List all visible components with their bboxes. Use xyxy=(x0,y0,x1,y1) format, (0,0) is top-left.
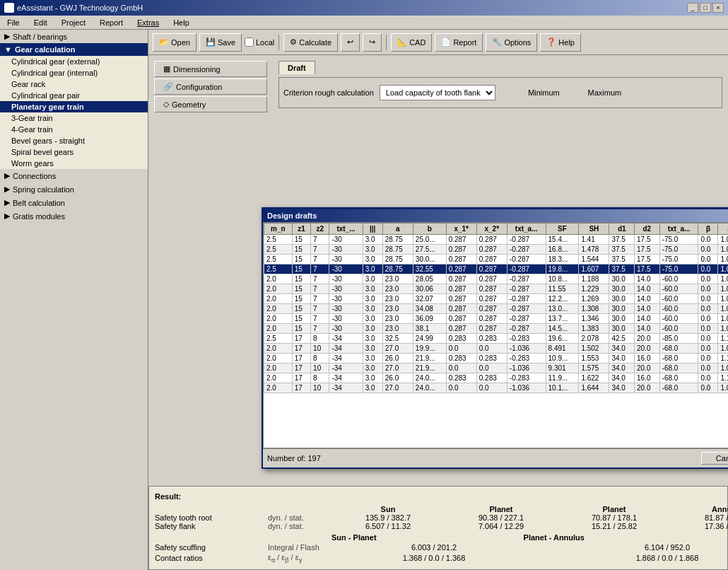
table-row[interactable]: 2.5157-303.028.7527.5...0.2870.287-0.287… xyxy=(264,245,729,255)
sidebar-item-cyl-ext[interactable]: Cylindrical gear (external) xyxy=(0,56,148,67)
col-z2: z2 xyxy=(311,223,329,235)
table-row[interactable]: 2.0178-343.026.021.9...0.2830.283-0.2831… xyxy=(264,354,729,363)
main-panel: ▦ Dimensioning 🔗 Configuration ◇ Geometr… xyxy=(148,55,728,570)
col-d1: d1 xyxy=(609,223,635,235)
sidebar-item-cyl-int[interactable]: Cylindrical gear (internal) xyxy=(0,67,148,78)
table-row[interactable]: 2.01710-343.027.024.0...0.00.0-1.03610.1… xyxy=(264,383,729,393)
calculate-button[interactable]: ⚙ Calculate xyxy=(283,33,338,52)
separator-2 xyxy=(386,35,387,50)
table-row[interactable]: 2.0157-303.023.034.080.2870.287-0.28713.… xyxy=(264,304,729,314)
table-row[interactable]: 2.0157-303.023.030.060.2870.287-0.28711.… xyxy=(264,284,729,294)
results-row2-annulus: 17.36 / 29.45 xyxy=(671,522,728,530)
safety-scuffing-label: Safety scuffing xyxy=(155,543,268,552)
local-label: Local xyxy=(256,38,274,47)
sidebar-item-3gear[interactable]: 3-Gear train xyxy=(0,112,148,124)
results-col-sun: Sun xyxy=(331,505,445,513)
options-icon: 🔧 xyxy=(492,37,502,47)
tab-draft[interactable]: Draft xyxy=(278,61,315,74)
results-row2-sub: dyn. / stat. xyxy=(268,522,331,530)
sidebar-item-worm[interactable]: Worm gears xyxy=(0,158,148,169)
configuration-button[interactable]: 🔗 Configuration xyxy=(154,78,267,95)
redo-button[interactable]: ↪ xyxy=(363,33,382,52)
sidebar-item-spring-calculation[interactable]: ▶ Spring calculation xyxy=(0,182,148,196)
results-row2-sun: 6.507 / 11.32 xyxy=(331,522,445,530)
contact-ratios-sub: εα / εβ / εγ xyxy=(268,553,346,564)
help-icon: ❓ xyxy=(546,37,556,47)
app-icon xyxy=(4,3,14,13)
minimize-button[interactable]: _ xyxy=(687,3,698,13)
sidebar-item-spiral-bevel[interactable]: Spiral bevel gears xyxy=(0,146,148,158)
col-txta: txt_a... xyxy=(507,223,546,235)
sidebar-item-shaft-bearings[interactable]: ▶ Shaft / bearings xyxy=(0,30,148,43)
open-button[interactable]: 📂 Open xyxy=(153,33,196,52)
safety-scuffing-pa: 6.104 / 952.0 xyxy=(579,543,728,552)
table-row[interactable]: 2.5178-343.032.524.990.2830.283-0.28319.… xyxy=(264,334,729,344)
sidebar-item-4gear[interactable]: 4-Gear train xyxy=(0,124,148,135)
table-row[interactable]: 2.5157-303.028.7532.550.2870.287-0.28719… xyxy=(264,264,729,274)
table-row[interactable]: 2.0157-303.023.032.070.2870.287-0.28712.… xyxy=(264,294,729,304)
results-row1-label: Safety tooth root xyxy=(155,513,268,522)
dimensioning-button[interactable]: ▦ Dimensioning xyxy=(154,61,267,77)
open-icon: 📂 xyxy=(159,37,169,47)
geometry-button[interactable]: ◇ Geometry xyxy=(154,96,267,112)
menu-file[interactable]: File xyxy=(3,17,24,28)
sidebar-item-gratis-modules[interactable]: ▶ Gratis modules xyxy=(0,209,148,223)
save-button[interactable]: 💾 Save xyxy=(199,33,242,52)
local-checkbox[interactable] xyxy=(245,37,254,47)
table-row[interactable]: 2.01710-343.027.019.9...0.00.0-1.0368.49… xyxy=(264,344,729,354)
criterion-dropdown[interactable]: Load capacity of tooth flank Load capaci… xyxy=(380,85,495,100)
sidebar-item-belt-calculation[interactable]: ▶ Belt calculation xyxy=(0,196,148,209)
col-beta: β xyxy=(698,223,718,235)
results-row1-planet: 90.38 / 227.1 xyxy=(445,513,558,522)
modal-footer: Number of: 197 Cancel OK xyxy=(263,448,728,467)
table-row[interactable]: 2.0157-303.023.028.050.2870.287-0.28710.… xyxy=(264,274,729,284)
table-row[interactable]: 2.01710-343.027.021.9...0.00.0-1.0369.30… xyxy=(264,363,729,373)
sidebar-item-connections[interactable]: ▶ Connections xyxy=(0,169,148,182)
sidebar-item-gear-rack[interactable]: Gear rack xyxy=(0,78,148,90)
table-row[interactable]: 2.0178-343.026.024.0...0.2830.283-0.2831… xyxy=(264,373,729,383)
col-txt1: txt_... xyxy=(329,223,363,235)
results-col-annulus: Annulus xyxy=(671,505,728,513)
undo-button[interactable]: ↩ xyxy=(341,33,360,52)
modal-title-bar: Design drafts × xyxy=(263,209,728,222)
cad-button[interactable]: 📐 CAD xyxy=(391,33,432,52)
minimum-label: Minimum Maximum xyxy=(515,88,621,97)
results-row2-planet2: 15.21 / 25.82 xyxy=(558,522,671,530)
action-buttons: ▦ Dimensioning 🔗 Configuration ◇ Geometr… xyxy=(154,61,267,112)
safety-scuffing-sp: 6.003 / 201.2 xyxy=(346,543,522,552)
sidebar-item-gear-calculation[interactable]: ▼ Gear calculation xyxy=(0,43,148,56)
window-controls[interactable]: _ □ × xyxy=(687,3,724,13)
col-b: b xyxy=(413,223,446,235)
chevron-right-icon-3: ▶ xyxy=(4,185,10,194)
options-button[interactable]: 🔧 Options xyxy=(486,33,537,52)
planet-annulus-header: Planet - Annulus xyxy=(524,533,585,542)
col-ea: ε_α xyxy=(718,223,728,235)
sidebar-item-planetary[interactable]: Planetary gear train xyxy=(0,101,148,112)
menu-help[interactable]: Help xyxy=(169,17,194,28)
help-button[interactable]: ❓ Help xyxy=(540,33,581,52)
chevron-right-icon-4: ▶ xyxy=(4,198,10,207)
table-row[interactable]: 2.5157-303.028.7530.0...0.2870.287-0.287… xyxy=(264,255,729,264)
col-sh: SH xyxy=(579,223,609,235)
maximize-button[interactable]: □ xyxy=(700,3,711,13)
sidebar-item-bevel-straight[interactable]: Bevel gears - straight xyxy=(0,135,148,146)
data-table-container[interactable]: m_n z1 z2 txt_... ||| a b x_1* x_2* tx xyxy=(263,222,728,448)
calculate-icon: ⚙ xyxy=(290,37,297,47)
table-row[interactable]: 2.0157-303.023.036.090.2870.287-0.28713.… xyxy=(264,314,729,324)
report-button[interactable]: 📄 Report xyxy=(435,33,483,52)
results-col-empty xyxy=(155,505,268,513)
chevron-right-icon: ▶ xyxy=(4,32,10,41)
tab-area: Draft Criterion rough calculation Load c… xyxy=(278,61,722,108)
chevron-right-icon-2: ▶ xyxy=(4,171,10,180)
table-row[interactable]: 2.0157-303.023.038.10.2870.287-0.28714.5… xyxy=(264,324,729,334)
cancel-button[interactable]: Cancel xyxy=(701,452,728,465)
menu-report[interactable]: Report xyxy=(95,17,127,28)
table-row[interactable]: 2.5157-303.028.7525.0...0.2870.287-0.287… xyxy=(264,235,729,245)
menu-project[interactable]: Project xyxy=(57,17,90,28)
sidebar-item-cyl-pair[interactable]: Cylindrical gear pair xyxy=(0,90,148,101)
menu-extras[interactable]: Extras xyxy=(133,17,163,28)
col-a: a xyxy=(382,223,413,235)
menu-edit[interactable]: Edit xyxy=(30,17,52,28)
report-icon: 📄 xyxy=(441,37,451,47)
close-button[interactable]: × xyxy=(712,3,724,13)
